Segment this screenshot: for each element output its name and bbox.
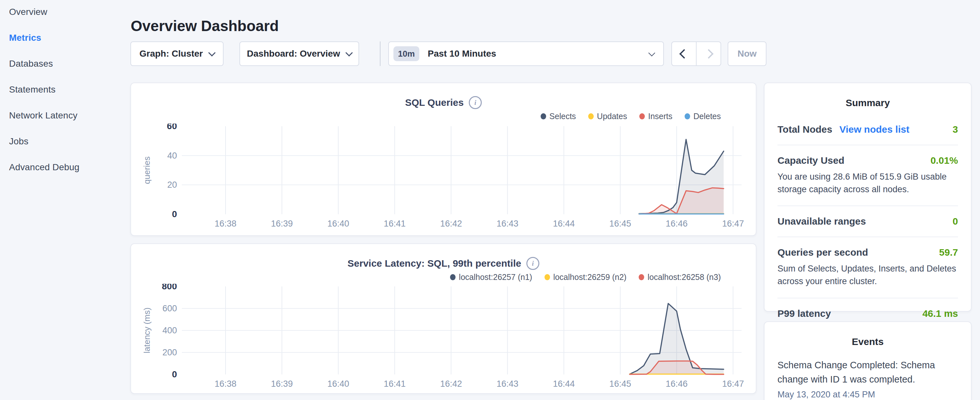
legend-label: localhost:26257 (n1) [459, 273, 532, 282]
dashboard-dropdown[interactable]: Dashboard: Overview [239, 41, 359, 66]
svg-text:20: 20 [167, 180, 177, 190]
legend-dot-icon [450, 274, 455, 280]
chevron-down-icon [648, 49, 655, 56]
chart-legend: SelectsUpdatesInsertsDeletes [541, 112, 721, 121]
svg-text:200: 200 [162, 347, 177, 357]
summary-label: P99 latency [778, 308, 831, 319]
svg-text:16:44: 16:44 [553, 379, 575, 389]
summary-value: 0 [953, 216, 958, 227]
svg-text:40: 40 [167, 151, 177, 161]
chevron-down-icon [208, 49, 216, 57]
svg-text:16:41: 16:41 [384, 379, 406, 389]
legend-item[interactable]: Selects [541, 112, 576, 121]
now-button-label: Now [737, 49, 756, 59]
sidebar-item-jobs[interactable]: Jobs [9, 129, 119, 155]
legend-item[interactable]: Inserts [639, 112, 672, 121]
page-title: Overview Dashboard [131, 17, 279, 35]
svg-text:16:42: 16:42 [440, 379, 462, 389]
svg-text:16:42: 16:42 [440, 219, 462, 228]
service-latency-plot[interactable]: 16:3816:3916:4016:4116:4216:4316:4416:45… [139, 284, 750, 390]
svg-text:0: 0 [172, 209, 177, 219]
legend-dot-icon [588, 113, 594, 120]
summary-row-total-nodes: Total Nodes View nodes list 3 [778, 124, 958, 135]
sidebar-item-overview[interactable]: Overview [9, 0, 119, 25]
sidebar-item-network-latency[interactable]: Network Latency [9, 103, 119, 129]
summary-value: 3 [953, 124, 958, 135]
dashboard-label: Dashboard: Overview [247, 49, 340, 59]
svg-text:16:47: 16:47 [722, 379, 744, 389]
time-forward-button[interactable] [696, 41, 721, 66]
svg-text:16:39: 16:39 [271, 219, 293, 228]
summary-value: 46.1 ms [923, 308, 958, 319]
legend-item[interactable]: localhost:26257 (n1) [450, 273, 532, 282]
svg-text:16:46: 16:46 [666, 219, 688, 228]
svg-text:16:45: 16:45 [609, 219, 631, 228]
event-item[interactable]: Schema Change Completed: Schema change w… [778, 358, 958, 386]
time-range-selector[interactable]: 10m Past 10 Minutes [388, 41, 664, 66]
summary-title: Summary [778, 83, 958, 108]
info-icon[interactable]: i [527, 257, 539, 270]
summary-label: Unavailable ranges [778, 216, 866, 227]
info-icon[interactable]: i [469, 96, 482, 109]
summary-row-qps: Queries per second 59.7 [778, 247, 958, 258]
sidebar-item-metrics[interactable]: Metrics [9, 25, 119, 51]
divider [778, 298, 958, 298]
summary-label: Queries per second [778, 247, 868, 258]
summary-panel: Summary Total Nodes View nodes list 3 Ca… [764, 83, 972, 312]
svg-text:16:43: 16:43 [496, 379, 519, 389]
legend-item[interactable]: Deletes [685, 112, 721, 121]
sql-queries-plot[interactable]: 16:3816:3916:4016:4116:4216:4316:4416:45… [139, 124, 750, 230]
summary-row-unavailable-ranges: Unavailable ranges 0 [778, 216, 958, 227]
graph-scope-dropdown[interactable]: Graph: Cluster [130, 41, 224, 66]
event-timestamp: May 13, 2020 at 4:45 PM [778, 390, 958, 400]
sidebar-item-statements[interactable]: Statements [9, 77, 119, 103]
summary-value: 59.7 [939, 247, 958, 258]
divider [778, 237, 958, 237]
legend-label: Selects [549, 112, 576, 121]
svg-text:16:45: 16:45 [609, 379, 631, 389]
chart-title: SQL Queries [405, 97, 464, 108]
svg-text:16:43: 16:43 [496, 219, 519, 228]
chart-title: Service Latency: SQL, 99th percentile [347, 258, 521, 269]
legend-dot-icon [639, 274, 644, 280]
svg-text:60: 60 [167, 124, 177, 131]
summary-row-capacity: Capacity Used 0.01% [778, 155, 958, 166]
svg-text:16:44: 16:44 [553, 219, 575, 228]
legend-dot-icon [685, 113, 690, 120]
summary-note: You are using 28.6 MiB of 515.9 GiB usab… [778, 171, 958, 196]
sidebar-item-advanced-debug[interactable]: Advanced Debug [9, 155, 119, 180]
legend-label: localhost:26259 (n2) [553, 273, 627, 282]
divider [778, 145, 958, 145]
time-now-button[interactable]: Now [728, 41, 767, 66]
sidebar: Overview Metrics Databases Statements Ne… [9, 0, 119, 180]
legend-dot-icon [541, 113, 546, 120]
view-nodes-list-link[interactable]: View nodes list [839, 124, 909, 135]
events-title: Events [778, 322, 958, 347]
legend-dot-icon [544, 274, 550, 280]
legend-label: Deletes [694, 112, 721, 121]
toolbar-divider [380, 41, 380, 66]
legend-dot-icon [639, 113, 645, 120]
graph-scope-label: Graph: Cluster [140, 49, 203, 59]
sidebar-item-databases[interactable]: Databases [9, 51, 119, 77]
summary-row-p99: P99 latency 46.1 ms [778, 308, 958, 319]
svg-text:16:38: 16:38 [215, 219, 237, 228]
svg-text:400: 400 [162, 325, 177, 335]
chevron-left-icon [679, 49, 689, 59]
svg-text:queries: queries [142, 156, 152, 184]
svg-text:16:40: 16:40 [328, 219, 349, 228]
chevron-right-icon [704, 49, 713, 59]
sql-queries-chart-card: SQL Queries i SelectsUpdatesInsertsDelet… [130, 83, 756, 236]
time-back-button[interactable] [671, 41, 697, 66]
chevron-down-icon [345, 49, 353, 57]
svg-text:16:41: 16:41 [384, 219, 406, 228]
svg-text:600: 600 [162, 304, 177, 313]
time-range-badge: 10m [393, 46, 419, 61]
legend-item[interactable]: localhost:26259 (n2) [544, 273, 627, 282]
legend-item[interactable]: Updates [588, 112, 627, 121]
legend-label: Updates [597, 112, 627, 121]
svg-text:16:38: 16:38 [215, 379, 237, 389]
summary-note: Sum of Selects, Updates, Inserts, and De… [778, 263, 958, 288]
summary-label: Capacity Used [778, 155, 845, 166]
legend-item[interactable]: localhost:26258 (n3) [639, 273, 721, 282]
